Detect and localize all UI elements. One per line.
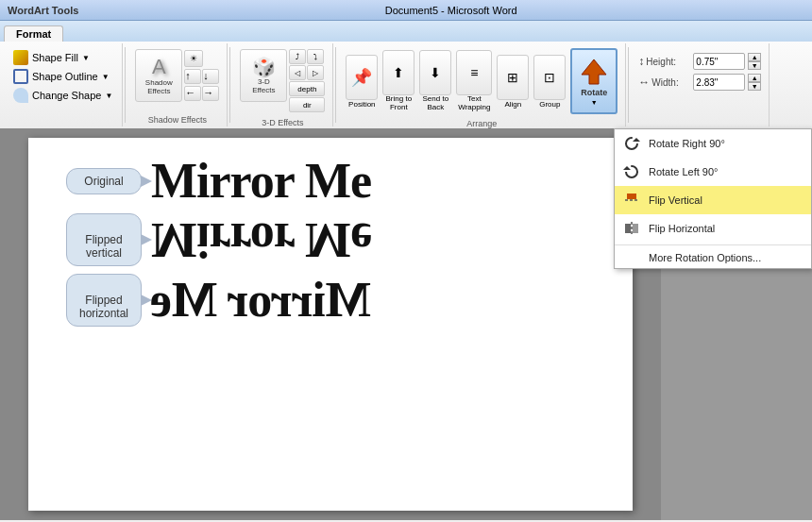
rotate-right-label: Rotate Right 90° <box>649 138 725 149</box>
shape-outline-label: Shape Outline <box>32 71 98 82</box>
3d-btn-label: 3-DEffects <box>252 78 275 95</box>
shadow-effects-group: A ShadowEffects ☀ ↑ ↓ ← → <box>127 43 228 126</box>
width-row: ↔ Width: ▲ ▼ <box>638 74 761 91</box>
title-bar: WordArt Tools Document5 - Microsoft Word <box>0 0 812 21</box>
flip-horizontal-label: Flip Horizontal <box>649 223 715 234</box>
arrange-group: 📌 Position ⬆ Bring to Front ⬇ Send to Ba… <box>338 43 626 126</box>
ribbon-tab-row: Format <box>0 21 812 42</box>
shadow-on-icon: ☀ <box>190 54 197 63</box>
3d-effects-label: 3-D Effects <box>236 116 329 127</box>
original-bubble: Original <box>66 168 142 194</box>
shadow-icon: A <box>152 55 166 79</box>
height-icon: ↕ <box>638 55 644 68</box>
send-to-back-button[interactable]: ⬇ Send to Back <box>418 50 452 112</box>
flipped-vertical-section: Flipped vertical Mirror Me <box>66 213 595 266</box>
rotate-arrow-icon: ▼ <box>591 99 598 106</box>
change-shape-label: Change Shape <box>32 90 101 101</box>
menu-item-rotate-right-90[interactable]: Rotate Right 90° <box>615 129 811 158</box>
arrange-label: Arrange <box>342 117 621 128</box>
width-input[interactable] <box>693 74 745 91</box>
width-down-button[interactable]: ▼ <box>748 82 761 91</box>
send-back-label: Send to Back <box>418 95 452 112</box>
height-down-button[interactable]: ▼ <box>748 61 761 70</box>
text-wrap-icon: ≡ <box>470 65 478 80</box>
flipped-v-text: Mirror Me <box>151 215 371 264</box>
shape-outline-icon <box>13 69 28 84</box>
flipped-h-text: Mirror Me <box>151 276 371 325</box>
3d-effects-button[interactable]: 🎲 3-DEffects <box>240 49 287 102</box>
wordart-group-label <box>8 123 118 125</box>
title-doc-name: Document5 - Microsoft Word <box>97 5 804 16</box>
change-shape-button[interactable]: Change Shape ▼ <box>9 87 116 104</box>
3d-tilt-left[interactable]: ◁ <box>289 65 306 80</box>
svg-rect-4 <box>627 194 636 199</box>
title-app-name: WordArt Tools <box>8 5 78 16</box>
text-wrap-label: TextWrapping <box>458 95 490 112</box>
svg-rect-7 <box>633 224 638 233</box>
3d-tilt-right[interactable]: ▷ <box>307 65 324 80</box>
height-up-button[interactable]: ▲ <box>748 53 761 61</box>
width-icon: ↔ <box>638 76 650 89</box>
bring-to-front-button[interactable]: ⬆ Bring to Front <box>381 50 415 112</box>
rotate-icon <box>580 58 608 86</box>
shape-fill-button[interactable]: Shape Fill ▼ <box>9 49 116 66</box>
shadow-up-button[interactable]: ↑ <box>184 69 201 84</box>
rotate-label: Rotate <box>581 88 607 97</box>
size-inputs: ↕ Height: ▲ ▼ ↔ Width: ▲ ▼ <box>634 45 765 98</box>
original-text: Mirror Me <box>151 154 371 208</box>
position-button[interactable]: 📌 Position <box>345 55 379 109</box>
flip-vertical-label: Flip Vertical <box>649 194 702 206</box>
width-up-button[interactable]: ▲ <box>748 74 761 82</box>
menu-divider <box>615 244 811 245</box>
sep1 <box>125 47 126 123</box>
height-row: ↕ Height: ▲ ▼ <box>638 53 761 70</box>
wordart-styles-group: Shape Fill ▼ Shape Outline ▼ Change Shap… <box>4 43 123 126</box>
send-back-icon: ⬇ <box>430 65 441 80</box>
flipped-vertical-wordart[interactable]: Mirror Me <box>151 215 371 264</box>
3d-direction[interactable]: dir <box>289 97 325 112</box>
menu-item-more-rotation[interactable]: More Rotation Options... <box>615 247 811 268</box>
shadow-effects-button[interactable]: A ShadowEffects <box>135 49 182 102</box>
rotate-left-label: Rotate Left 90° <box>649 166 719 177</box>
bring-front-icon: ⬆ <box>393 65 404 80</box>
align-button[interactable]: ⊞ Align <box>496 55 530 109</box>
original-section: Original Mirror Me <box>66 157 595 206</box>
group-button[interactable]: ⊡ Group <box>533 55 567 109</box>
rotate-right-icon <box>622 134 641 153</box>
group-icon: ⊡ <box>544 70 555 85</box>
width-label: ↔ Width: <box>638 76 690 89</box>
menu-item-rotate-left-90[interactable]: Rotate Left 90° <box>615 158 811 186</box>
change-shape-icon <box>13 88 28 103</box>
shadow-on-button[interactable]: ☀ <box>184 50 203 67</box>
height-input[interactable] <box>693 53 745 70</box>
shadow-right-button[interactable]: → <box>202 86 219 101</box>
svg-marker-1 <box>633 138 640 142</box>
rotate-button[interactable]: Rotate ▼ <box>569 48 618 114</box>
shadow-left-button[interactable]: ← <box>184 86 201 101</box>
tab-format[interactable]: Format <box>4 25 63 42</box>
3d-tilt-down[interactable]: ⤵ <box>307 49 324 64</box>
shadow-effects-label: Shadow Effects <box>131 113 223 125</box>
flip-horizontal-icon <box>622 219 641 238</box>
svg-marker-0 <box>582 59 606 84</box>
shape-fill-label: Shape Fill <box>32 52 78 63</box>
shape-outline-button[interactable]: Shape Outline ▼ <box>9 68 116 85</box>
menu-item-flip-horizontal[interactable]: Flip Horizontal <box>615 214 811 243</box>
flipped-horizontal-wordart[interactable]: Mirror Me <box>151 276 371 325</box>
width-spinner: ▲ ▼ <box>748 74 761 91</box>
bring-front-label: Bring to Front <box>381 95 415 112</box>
3d-depth[interactable]: depth <box>289 81 325 96</box>
menu-item-flip-vertical[interactable]: Flip Vertical <box>615 186 811 214</box>
position-icon: 📌 <box>351 67 372 88</box>
document-paper: Original Mirror Me Flipped vertical Mirr… <box>28 138 633 511</box>
3d-tilt-up[interactable]: ⤴ <box>289 49 306 64</box>
group-label-btn: Group <box>539 100 560 109</box>
original-wordart[interactable]: Mirror Me <box>151 157 371 206</box>
position-label: Position <box>348 100 375 109</box>
shadow-btn-label: ShadowEffects <box>145 79 173 96</box>
align-icon: ⊞ <box>507 70 518 85</box>
height-label: ↕ Height: <box>638 55 690 68</box>
rotate-left-icon <box>622 162 641 181</box>
text-wrapping-button[interactable]: ≡ TextWrapping <box>455 50 493 112</box>
shadow-down-button[interactable]: ↓ <box>202 69 219 84</box>
